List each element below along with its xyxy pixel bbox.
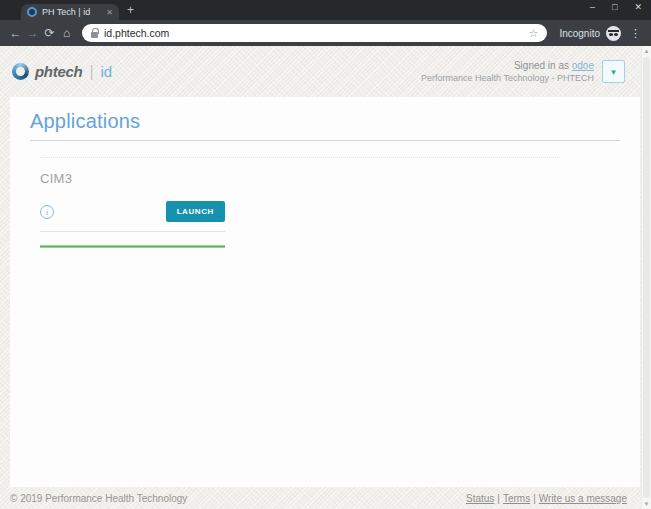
scroll-down-icon[interactable]: ▼ <box>642 500 651 508</box>
incognito-icon <box>606 26 621 41</box>
address-bar[interactable]: id.phtech.com ☆ <box>82 24 547 42</box>
signed-in-user-link[interactable]: odoe <box>572 60 594 71</box>
card-green-accent-bar <box>40 245 225 248</box>
signed-in-prefix: Signed in as <box>514 60 572 71</box>
tab-close-icon[interactable]: ✕ <box>106 8 113 17</box>
application-card-cim3: CIM3 i LAUNCH <box>40 171 225 248</box>
footer-link-write-message[interactable]: Write us a message <box>539 493 627 504</box>
browser-tab[interactable]: PH Tech | id ✕ <box>21 4 119 20</box>
back-icon[interactable]: ← <box>7 26 24 40</box>
launch-button[interactable]: LAUNCH <box>166 201 225 222</box>
content-panel: Applications CIM3 i LAUNCH <box>10 97 640 487</box>
copyright-text: © 2019 Performance Health Technology <box>10 493 187 504</box>
footer-link-status[interactable]: Status <box>466 493 494 504</box>
browser-toolbar: ← → ⟳ ⌂ id.phtech.com ☆ Incognito ⋮ <box>0 20 651 46</box>
forward-icon[interactable]: → <box>24 26 41 40</box>
browser-window: PH Tech | id ✕ + – □ ✕ ← → ⟳ ⌂ id.phtech… <box>0 0 651 509</box>
window-maximize-button[interactable]: □ <box>612 2 617 12</box>
site-footer: © 2019 Performance Health Technology Sta… <box>0 487 641 509</box>
account-text: Signed in as odoe Performance Health Tec… <box>421 60 594 83</box>
phtech-logo-icon <box>12 63 29 80</box>
account-area: Signed in as odoe Performance Health Tec… <box>421 60 625 83</box>
chevron-down-icon: ▾ <box>611 67 616 77</box>
lock-icon[interactable] <box>91 32 98 38</box>
card-divider <box>40 231 225 232</box>
window-controls: – □ ✕ <box>590 2 642 12</box>
home-icon[interactable]: ⌂ <box>58 26 75 40</box>
application-actions: i LAUNCH <box>40 201 225 222</box>
page-body: phtech | id Signed in as odoe Performanc… <box>0 46 651 509</box>
footer-link-terms[interactable]: Terms <box>503 493 530 504</box>
footer-link-separator: | <box>497 493 500 504</box>
application-name: CIM3 <box>40 171 225 186</box>
tab-title: PH Tech | id <box>42 7 101 17</box>
phtech-logo: phtech | id <box>12 63 112 81</box>
signed-in-line: Signed in as odoe <box>421 60 594 71</box>
site-favicon-icon <box>27 7 37 17</box>
scroll-up-icon[interactable]: ▲ <box>642 47 651 55</box>
info-icon[interactable]: i <box>40 205 54 219</box>
page-title: Applications <box>30 110 620 141</box>
url-text: id.phtech.com <box>104 27 169 39</box>
new-tab-button[interactable]: + <box>127 3 134 17</box>
logo-divider: | <box>89 63 93 81</box>
reload-icon[interactable]: ⟳ <box>41 26 58 40</box>
account-dropdown-button[interactable]: ▾ <box>602 60 625 83</box>
browser-titlebar: PH Tech | id ✕ + – □ ✕ <box>0 0 651 20</box>
page-scrollbar[interactable]: ▲ ▼ <box>641 46 651 509</box>
organization-line: Performance Health Technology - PHTECH <box>421 73 594 83</box>
site-header: phtech | id Signed in as odoe Performanc… <box>0 46 641 97</box>
window-minimize-button[interactable]: – <box>590 2 595 12</box>
footer-link-separator: | <box>533 493 536 504</box>
logo-brand-text: phtech <box>35 63 82 80</box>
browser-menu-icon[interactable]: ⋮ <box>630 27 641 40</box>
incognito-label: Incognito <box>559 28 600 39</box>
applications-list: CIM3 i LAUNCH <box>40 157 560 248</box>
window-close-button[interactable]: ✕ <box>634 2 642 12</box>
footer-links: Status|Terms|Write us a message <box>466 493 627 504</box>
scrollbar-thumb[interactable] <box>643 57 650 498</box>
logo-product-text: id <box>101 63 113 80</box>
bookmark-star-icon[interactable]: ☆ <box>529 27 539 40</box>
